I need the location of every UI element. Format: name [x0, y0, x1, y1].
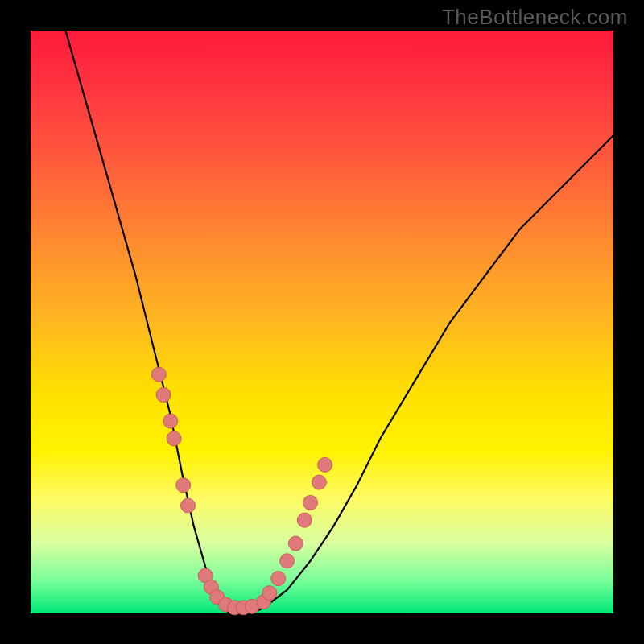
watermark-label: TheBottleneck.com	[442, 5, 628, 30]
highlight-dot	[312, 475, 326, 489]
highlight-dot	[288, 536, 303, 551]
highlight-dot	[262, 586, 277, 601]
bottleneck-curve	[65, 31, 613, 613]
highlight-dot	[176, 478, 191, 493]
highlight-dot	[318, 457, 332, 472]
highlight-dot	[297, 513, 312, 527]
highlight-dot	[156, 388, 171, 402]
highlight-dot	[181, 498, 196, 513]
highlight-dot	[271, 572, 286, 586]
plot-area	[31, 31, 613, 613]
highlight-dot	[303, 495, 318, 510]
highlight-dot	[167, 431, 181, 446]
highlight-dots	[151, 367, 332, 615]
highlight-dot	[151, 367, 166, 382]
highlight-dot	[163, 414, 178, 428]
chart-svg	[31, 31, 613, 613]
chart-frame: TheBottleneck.com	[0, 0, 644, 644]
highlight-dot	[280, 554, 295, 568]
curve-line	[65, 31, 613, 613]
